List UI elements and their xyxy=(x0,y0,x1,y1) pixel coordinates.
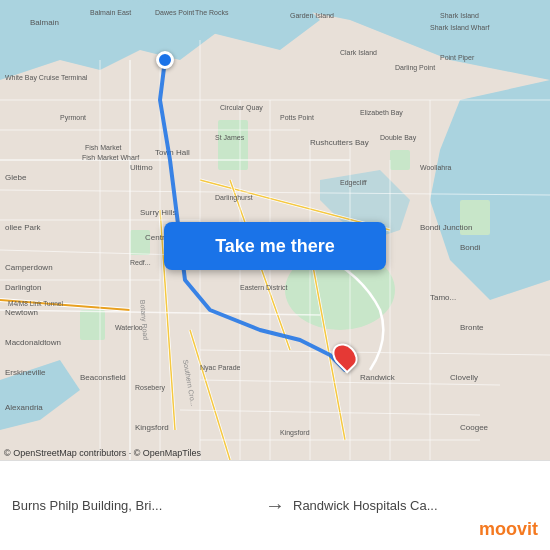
svg-text:Camperdown: Camperdown xyxy=(5,263,53,272)
map-container: Balmain Balmain East Dawes Point The Roc… xyxy=(0,0,550,460)
svg-text:Kingsford: Kingsford xyxy=(135,423,169,432)
destination-label: Randwick Hospitals Ca... xyxy=(293,498,538,513)
svg-text:Pyrmont: Pyrmont xyxy=(60,114,86,122)
start-marker xyxy=(156,51,174,69)
direction-arrow-icon: → xyxy=(265,494,285,517)
svg-text:Elizabeth Bay: Elizabeth Bay xyxy=(360,109,403,117)
svg-text:Point Piper: Point Piper xyxy=(440,54,475,62)
app: Balmain Balmain East Dawes Point The Roc… xyxy=(0,0,550,550)
svg-text:Double Bay: Double Bay xyxy=(380,134,417,142)
svg-text:St James: St James xyxy=(215,134,245,141)
svg-text:Fish Market: Fish Market xyxy=(85,144,122,151)
svg-text:The Rocks: The Rocks xyxy=(195,9,229,16)
svg-text:Nyac Parade: Nyac Parade xyxy=(200,364,241,372)
svg-text:Darlinghurst: Darlinghurst xyxy=(215,194,253,202)
destination-location: Randwick Hospitals Ca... xyxy=(293,498,538,513)
svg-text:Bondi: Bondi xyxy=(460,243,481,252)
svg-text:Kingsford: Kingsford xyxy=(280,429,310,437)
svg-text:Fish Market Wharf: Fish Market Wharf xyxy=(82,154,139,161)
end-marker xyxy=(334,342,356,370)
origin-label: Burns Philp Building, Bri... xyxy=(12,498,257,513)
svg-text:Erskineville: Erskineville xyxy=(5,368,46,377)
svg-text:Shark Island: Shark Island xyxy=(440,12,479,19)
svg-text:Bronte: Bronte xyxy=(460,323,484,332)
svg-text:Randwick: Randwick xyxy=(360,373,396,382)
svg-text:M4/M8 Link Tunnel: M4/M8 Link Tunnel xyxy=(8,300,63,307)
svg-text:Macdonaldtown: Macdonaldtown xyxy=(5,338,61,347)
svg-text:Waterloo: Waterloo xyxy=(115,324,143,331)
svg-text:Redf...: Redf... xyxy=(130,259,151,266)
svg-text:Woollahra: Woollahra xyxy=(420,164,451,171)
origin-location: Burns Philp Building, Bri... xyxy=(12,498,257,513)
svg-text:Alexandria: Alexandria xyxy=(5,403,43,412)
svg-text:Eastern District: Eastern District xyxy=(240,284,288,291)
svg-text:Circular Quay: Circular Quay xyxy=(220,104,263,112)
svg-text:Shark Island Wharf: Shark Island Wharf xyxy=(430,24,490,31)
svg-text:Tamo...: Tamo... xyxy=(430,293,456,302)
svg-text:Edgecliff: Edgecliff xyxy=(340,179,367,187)
svg-text:Balmain: Balmain xyxy=(30,18,59,27)
svg-text:Bondi Junction: Bondi Junction xyxy=(420,223,472,232)
svg-text:Newtown: Newtown xyxy=(5,308,38,317)
svg-text:Dawes Point: Dawes Point xyxy=(155,9,194,16)
moovit-wordmark: moovit xyxy=(479,519,538,540)
bottom-bar: Burns Philp Building, Bri... → Randwick … xyxy=(0,460,550,550)
svg-text:Beaconsfield: Beaconsfield xyxy=(80,373,126,382)
svg-text:Darling Point: Darling Point xyxy=(395,64,435,72)
direction-arrow-container: → xyxy=(257,494,293,517)
take-me-there-button[interactable]: Take me there xyxy=(164,222,386,270)
svg-rect-4 xyxy=(80,310,105,340)
svg-text:Glebe: Glebe xyxy=(5,173,27,182)
svg-text:Darlington: Darlington xyxy=(5,283,41,292)
svg-rect-6 xyxy=(390,150,410,170)
svg-rect-1 xyxy=(218,120,248,170)
svg-text:Clark Island: Clark Island xyxy=(340,49,377,56)
svg-text:White Bay Cruise Terminal: White Bay Cruise Terminal xyxy=(5,74,88,82)
svg-text:Surry Hills: Surry Hills xyxy=(140,208,176,217)
svg-text:Potts Point: Potts Point xyxy=(280,114,314,121)
svg-text:Rosebery: Rosebery xyxy=(135,384,165,392)
svg-text:Rushcutters Bay: Rushcutters Bay xyxy=(310,138,369,147)
map-attribution: © OpenStreetMap contributors · © OpenMap… xyxy=(4,448,201,458)
svg-text:Town Hall: Town Hall xyxy=(155,148,190,157)
svg-text:Balmain East: Balmain East xyxy=(90,9,131,16)
svg-text:Garden Island: Garden Island xyxy=(290,12,334,19)
svg-text:Ultimo: Ultimo xyxy=(130,163,153,172)
svg-text:Clovelly: Clovelly xyxy=(450,373,478,382)
moovit-logo: moovit xyxy=(479,519,538,540)
svg-text:Coogee: Coogee xyxy=(460,423,489,432)
svg-text:ollee Park: ollee Park xyxy=(5,223,42,232)
